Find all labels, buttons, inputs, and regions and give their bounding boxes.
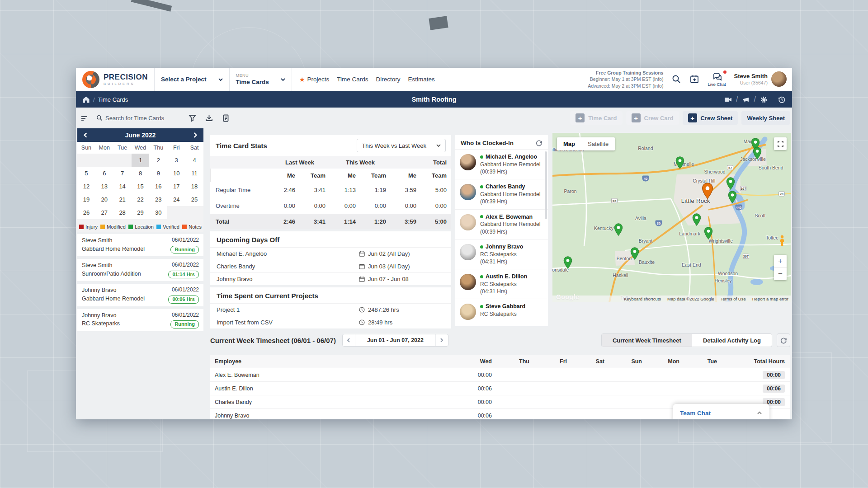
- team-chat-widget[interactable]: Team Chat: [673, 404, 769, 419]
- calendar-day-3[interactable]: 3: [167, 154, 185, 167]
- calendar-day-15[interactable]: 15: [132, 180, 150, 193]
- user-menu[interactable]: Steve Smith User (35647): [734, 71, 787, 87]
- fullscreen-button[interactable]: [774, 137, 787, 150]
- calendar-day-4[interactable]: 4: [185, 154, 203, 167]
- calendar-day-2[interactable]: 2: [149, 154, 167, 167]
- pegman-icon[interactable]: [779, 235, 785, 249]
- crew-card-button[interactable]: +Crew Card: [626, 111, 679, 125]
- calendar-day-14[interactable]: 14: [113, 180, 132, 193]
- weekly-sheet-button[interactable]: Weekly Sheet: [741, 111, 790, 125]
- search-input[interactable]: [105, 115, 178, 122]
- tab-current-week-timesheet[interactable]: Current Week Timesheet: [602, 334, 692, 347]
- days-off-row[interactable]: Johnny BravoJun 07 - Jun 08: [210, 272, 451, 285]
- prev-week-button[interactable]: [343, 334, 355, 346]
- crew-sheet-button[interactable]: +Crew Sheet: [683, 111, 738, 125]
- map-pin-green[interactable]: [675, 156, 684, 169]
- calendar-day-11[interactable]: 11: [185, 167, 203, 180]
- live-chat-button[interactable]: Live Chat: [708, 71, 726, 87]
- chevron-up-icon[interactable]: [757, 410, 762, 416]
- days-off-row[interactable]: Michael E. AngelooJun 02 (All Day): [210, 247, 451, 260]
- calendar-day-1[interactable]: 1: [132, 154, 150, 167]
- project-selector[interactable]: Select a Project: [155, 68, 230, 91]
- attribution-keyboard-shortcuts[interactable]: Keyboard shortcuts: [624, 296, 661, 301]
- map-pin-green[interactable]: [614, 223, 623, 236]
- nav-item-time-cards[interactable]: Time Cards: [337, 76, 368, 83]
- calendar-day-13[interactable]: 13: [95, 180, 113, 193]
- time-spent-row[interactable]: Project 12487:26 hrs: [210, 303, 451, 316]
- timecard-list-item[interactable]: Johnny BravoGabbard Home Remodel 06/01/2…: [77, 284, 203, 306]
- sort-icon[interactable]: [80, 114, 88, 122]
- timesheet-row-austin-e-dillon[interactable]: Austin E. Dillon 00:06 00:06: [210, 382, 790, 395]
- download-icon[interactable]: [205, 114, 213, 122]
- nav-item-directory[interactable]: Directory: [376, 76, 400, 83]
- menu-selector[interactable]: MENU Time Cards: [230, 68, 292, 91]
- calendar-day-6[interactable]: 6: [95, 167, 113, 180]
- calendar-day-19[interactable]: 19: [77, 193, 95, 206]
- calendar-day-30[interactable]: 30: [149, 206, 167, 219]
- zoom-in-button[interactable]: +: [774, 255, 787, 267]
- nav-item-projects[interactable]: ★Projects: [299, 76, 329, 83]
- home-icon[interactable]: [82, 96, 90, 103]
- attribution-terms-of-use[interactable]: Terms of Use: [721, 296, 746, 301]
- map-pin-green[interactable]: [692, 213, 701, 226]
- map-pin-orange[interactable]: [702, 183, 713, 199]
- document-icon[interactable]: [222, 114, 230, 122]
- calendar-day-28[interactable]: 28: [113, 206, 132, 219]
- calendar-day-9[interactable]: 9: [149, 167, 167, 180]
- calendar-day-7[interactable]: 7: [113, 167, 132, 180]
- map-pin-green[interactable]: [704, 227, 713, 239]
- calendar-day-27[interactable]: 27: [95, 206, 113, 219]
- video-icon[interactable]: [724, 96, 732, 103]
- timecard-list-item[interactable]: Steve SmithGabbard Home Remodel 06/01/20…: [77, 234, 203, 256]
- map-pin-green[interactable]: [726, 177, 735, 190]
- calendar-next-icon[interactable]: [193, 132, 198, 138]
- clocked-in-entry[interactable]: Austin E. Dillon RC Skateparks (04:31 Hr…: [455, 269, 548, 299]
- map-pin-green[interactable]: [728, 191, 737, 203]
- calendar-day-26[interactable]: 26: [77, 206, 95, 219]
- attribution-map-data-2022-google[interactable]: Map data ©2022 Google: [667, 296, 714, 301]
- search-icon[interactable]: [671, 74, 681, 84]
- time-card-button[interactable]: +Time Card: [570, 111, 622, 125]
- calendar-day-24[interactable]: 24: [167, 193, 185, 206]
- calendar-prev-icon[interactable]: [83, 132, 88, 138]
- map-pin-green[interactable]: [630, 247, 639, 260]
- calendar-add-icon[interactable]: [689, 74, 699, 84]
- calendar-day-12[interactable]: 12: [77, 180, 95, 193]
- timecard-list-item[interactable]: Johnny BravoRC Skateparks 06/01/2022Runn…: [77, 309, 203, 331]
- calendar-day-16[interactable]: 16: [149, 180, 167, 193]
- calendar-day-10[interactable]: 10: [167, 167, 185, 180]
- calendar-day-20[interactable]: 20: [95, 193, 113, 206]
- map-button[interactable]: Map: [557, 137, 581, 150]
- next-week-button[interactable]: [435, 334, 448, 346]
- clocked-in-entry[interactable]: Johnny Bravo RC Skateparks (04:31 Hrs): [455, 239, 548, 269]
- map-pin-green[interactable]: [563, 256, 572, 269]
- clocked-in-entry[interactable]: Alex E. Boweman Gabbard Home Remodel (00…: [455, 209, 548, 239]
- zoom-out-button[interactable]: −: [774, 267, 787, 280]
- megaphone-icon[interactable]: [742, 96, 750, 103]
- calendar-day-22[interactable]: 22: [132, 193, 150, 206]
- refresh-icon[interactable]: [536, 140, 542, 146]
- map-pin-green[interactable]: [753, 147, 762, 160]
- tab-detailed-activity-log[interactable]: Detailed Activity Log: [692, 334, 772, 347]
- clocked-in-entry[interactable]: Charles Bandy Gabbard Home Remodel (00:3…: [455, 179, 548, 209]
- brand-logo-block[interactable]: PRECISION BUILDERS: [76, 68, 155, 91]
- days-off-row[interactable]: Charles BandyJun 03 (All Day): [210, 260, 451, 272]
- training-banner[interactable]: Free Group Training Sessions Beginner: M…: [588, 70, 663, 89]
- history-icon[interactable]: [778, 96, 786, 103]
- calendar-day-25[interactable]: 25: [185, 193, 203, 206]
- satellite-button[interactable]: Satellite: [581, 137, 615, 150]
- calendar-day-23[interactable]: 23: [149, 193, 167, 206]
- calendar-day-21[interactable]: 21: [113, 193, 132, 206]
- nav-item-estimates[interactable]: Estimates: [408, 76, 435, 83]
- calendar-day-18[interactable]: 18: [185, 180, 203, 193]
- stats-range-dropdown[interactable]: This Week vs Last Week: [357, 139, 446, 152]
- scrollbar-thumb[interactable]: [545, 151, 547, 219]
- timecard-list-item[interactable]: Steve SmithSunroom/Patio Addition 06/01/…: [77, 259, 203, 281]
- timesheet-row-alex-e-boweman[interactable]: Alex E. Boweman 00:00 00:00: [210, 368, 790, 382]
- clocked-in-entry[interactable]: Michael E. Angeloo Gabbard Home Remodel …: [455, 149, 548, 179]
- clocked-in-entry[interactable]: Steve Gabbard RC Skateparks: [455, 299, 548, 324]
- calendar-day-8[interactable]: 8: [132, 167, 150, 180]
- breadcrumb-page[interactable]: Time Cards: [98, 96, 128, 103]
- attribution-report-a-map-error[interactable]: Report a map error: [752, 296, 788, 301]
- calendar-day-5[interactable]: 5: [77, 167, 95, 180]
